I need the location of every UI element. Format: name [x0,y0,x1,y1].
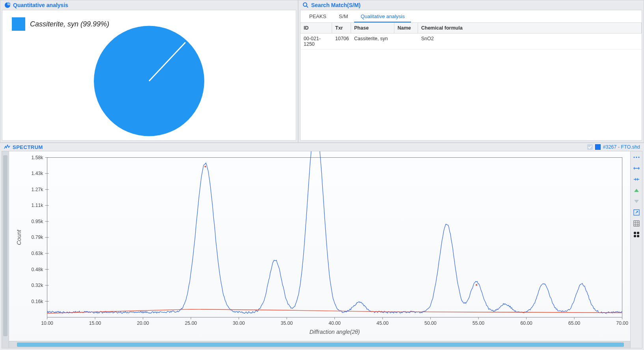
pie-chart-icon [4,2,11,8]
svg-text:55.00: 55.00 [472,320,485,326]
search-icon [302,2,309,8]
col-header-name[interactable]: Name [394,23,418,33]
legend-color-swatch [12,17,25,31]
svg-point-2 [303,3,307,6]
search-match-body: PEAKS S/M Qualitative analysis ID Txr Ph… [300,10,642,141]
svg-text:0.32k: 0.32k [32,283,44,288]
svg-text:1.27k: 1.27k [32,187,44,192]
search-match-header: Search Match(S/M) [299,0,644,10]
svg-text:1.58k: 1.58k [32,155,44,160]
svg-point-67 [638,156,639,158]
svg-text:70.00: 70.00 [616,320,628,326]
quantitative-analysis-panel: Quantitative analysis Cassiterite, syn (… [0,0,298,143]
svg-text:45.00: 45.00 [377,320,389,326]
vertical-scrollbar[interactable] [2,151,9,348]
spectrum-icon [4,144,10,150]
file-badge[interactable]: #3267 - FTO.shd [587,144,640,150]
horizontal-scrollbar[interactable] [9,341,630,348]
svg-text:Diffraction angle(2θ): Diffraction angle(2θ) [310,328,360,335]
tab-qualitative[interactable]: Qualitative analysis [354,10,411,22]
up-icon[interactable] [633,187,640,194]
svg-text:0.16k: 0.16k [32,299,44,304]
spectrum-panel: SPECTRUM #3267 - FTO.shd 0.16k0.32k0.48k… [0,143,644,350]
expand-h-icon[interactable] [633,165,640,172]
spectrum-tools [630,151,642,348]
svg-rect-75 [637,235,639,237]
tab-sm[interactable]: S/M [332,10,354,22]
svg-text:30.00: 30.00 [233,320,245,326]
cell-name [394,34,418,49]
svg-text:1.43k: 1.43k [32,171,44,176]
svg-rect-73 [637,232,639,234]
file-label: #3267 - FTO.shd [603,144,640,150]
spectrum-body: 0.16k0.32k0.48k0.63k0.79k0.95k1.11k1.27k… [2,151,642,348]
svg-text:0.63k: 0.63k [32,251,44,256]
file-checkbox-icon[interactable] [587,144,593,150]
fullscreen-icon[interactable] [633,209,640,216]
svg-rect-71 [634,221,639,226]
col-header-formula[interactable]: Chemical formula [418,23,642,33]
svg-text:0.48k: 0.48k [32,266,44,272]
search-tabs: PEAKS S/M Qualitative analysis [301,10,642,23]
svg-rect-72 [634,232,636,234]
cell-formula: SnO2 [418,34,642,49]
search-match-title: Search Match(S/M) [311,2,360,8]
svg-text:15.00: 15.00 [89,320,101,326]
svg-rect-74 [634,235,636,237]
down-icon[interactable] [633,198,640,205]
grid-icon[interactable] [633,220,640,227]
svg-point-64 [476,284,477,286]
collapse-h-icon[interactable] [633,176,640,183]
svg-text:40.00: 40.00 [329,320,341,326]
spectrum-plot[interactable]: 0.16k0.32k0.48k0.63k0.79k0.95k1.11k1.27k… [9,151,630,348]
svg-marker-69 [634,200,639,203]
spectrum-header: SPECTRUM [4,144,43,150]
svg-text:0.95k: 0.95k [32,219,44,224]
svg-point-63 [204,166,206,168]
col-header-txr[interactable]: Txr [332,23,351,33]
svg-point-66 [636,156,637,158]
cell-txr: 10706 [332,34,351,49]
svg-text:10.00: 10.00 [41,320,53,326]
file-color-swatch [595,144,601,150]
table-row[interactable]: 00-021-1250 10706 Cassiterite, syn SnO2 [301,34,642,50]
pie-chart [92,24,206,138]
svg-text:60.00: 60.00 [520,320,532,326]
more-icon[interactable] [633,154,640,161]
col-header-id[interactable]: ID [301,23,332,33]
svg-text:25.00: 25.00 [185,320,197,326]
svg-text:1.11k: 1.11k [32,203,44,208]
svg-marker-68 [634,189,639,192]
quantitative-title: Quantitative analysis [13,2,68,8]
svg-text:50.00: 50.00 [424,320,437,326]
quad-icon[interactable] [633,231,640,238]
svg-text:0.79k: 0.79k [32,235,44,240]
cell-phase: Cassiterite, syn [351,34,394,49]
quantitative-analysis-header: Quantitative analysis [0,0,298,10]
svg-point-65 [633,156,635,158]
svg-text:20.00: 20.00 [137,320,149,326]
svg-rect-4 [47,158,622,317]
svg-text:35.00: 35.00 [281,320,293,326]
quantitative-body: Cassiterite, syn (99.99%) [2,10,296,141]
search-match-panel: Search Match(S/M) PEAKS S/M Qualitative … [298,0,644,143]
cell-id: 00-021-1250 [301,34,332,49]
spectrum-title: SPECTRUM [13,144,43,150]
svg-text:Count: Count [16,229,22,245]
col-header-phase[interactable]: Phase [351,23,394,33]
results-table-header: ID Txr Phase Name Chemical formula [301,23,642,34]
svg-line-3 [306,6,308,7]
tab-peaks[interactable]: PEAKS [303,10,332,22]
svg-text:65.00: 65.00 [568,320,581,326]
